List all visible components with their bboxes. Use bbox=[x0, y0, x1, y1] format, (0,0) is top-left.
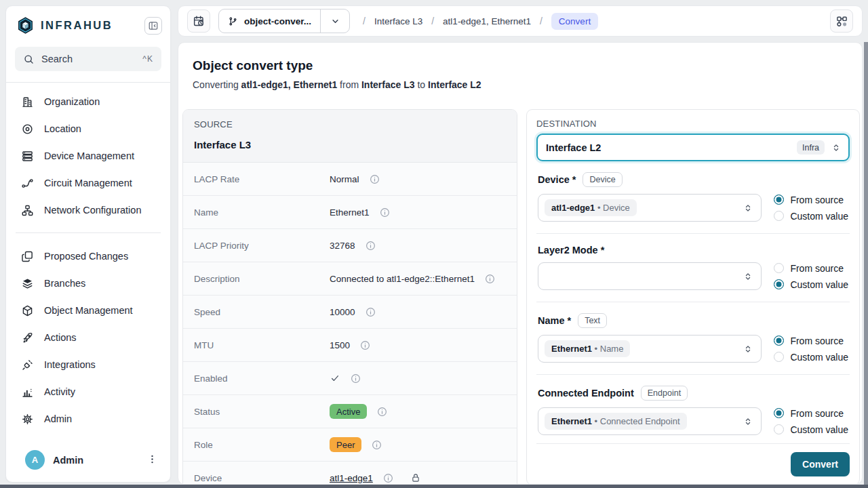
device-select[interactable]: atl1-edge1 • Device bbox=[538, 194, 762, 222]
layer2-mode-custom-value-radio[interactable]: Custom value bbox=[774, 279, 848, 290]
info-icon[interactable] bbox=[484, 273, 496, 285]
attribute-value-text: Ethernet1 bbox=[330, 207, 370, 218]
info-icon[interactable] bbox=[376, 406, 388, 418]
attribute-value-text: 32768 bbox=[330, 241, 355, 251]
field-section-layer2-mode: Layer2 Mode *From sourceCustom value bbox=[536, 233, 850, 302]
convert-button[interactable]: Convert bbox=[791, 452, 850, 476]
radio-dot bbox=[774, 211, 784, 221]
connected-endpoint-select[interactable]: Ethernet1 • Connected Endpoint bbox=[538, 407, 762, 435]
attribute-value: atl1-edge1 bbox=[330, 472, 421, 484]
attribute-label: Device bbox=[183, 473, 330, 483]
field-source-toggle: From sourceCustom value bbox=[774, 336, 848, 363]
source-panel: SOURCE Interface L3 LACP RateNormalNameE… bbox=[182, 109, 517, 485]
layer2-mode-from-source-radio[interactable]: From source bbox=[774, 263, 848, 274]
info-icon[interactable] bbox=[369, 174, 380, 185]
info-icon[interactable] bbox=[382, 472, 394, 484]
schema-button[interactable] bbox=[830, 9, 853, 33]
field-source-toggle: From sourceCustom value bbox=[774, 195, 848, 222]
radio-label: From source bbox=[790, 195, 844, 205]
time-travel-button[interactable] bbox=[187, 9, 210, 33]
kebab-menu-icon bbox=[146, 453, 158, 465]
sidebar: INFRAHUB Search ^K OrganizationLocationD… bbox=[5, 5, 171, 483]
connected-endpoint-from-source-radio[interactable]: From source bbox=[774, 408, 848, 419]
search-input[interactable]: Search ^K bbox=[15, 47, 161, 71]
select-updown-icon bbox=[831, 142, 842, 153]
location-icon bbox=[21, 123, 34, 136]
sidebar-item-circuit-management[interactable]: Circuit Management bbox=[6, 169, 170, 197]
git-branch-icon bbox=[228, 16, 238, 26]
select-updown-icon bbox=[743, 203, 753, 214]
name-custom-value-radio[interactable]: Custom value bbox=[774, 352, 848, 363]
source-row-speed: Speed10000 bbox=[183, 296, 517, 329]
attribute-label: Name bbox=[183, 207, 330, 218]
sidebar-item-device-management[interactable]: Device Management bbox=[6, 142, 170, 169]
sidebar-item-location[interactable]: Location bbox=[6, 115, 170, 142]
sidebar-item-network-configuration[interactable]: Network Configuration bbox=[6, 197, 170, 224]
attribute-label: LACP Priority bbox=[183, 241, 330, 251]
info-icon[interactable] bbox=[350, 373, 361, 384]
collapse-sidebar-icon bbox=[148, 20, 159, 31]
sidebar-item-proposed-changes[interactable]: Proposed Changes bbox=[6, 243, 170, 270]
branch-selector[interactable]: object-conver... bbox=[218, 9, 350, 33]
sidebar-item-integrations[interactable]: Integrations bbox=[6, 351, 170, 378]
source-row-device: Deviceatl1-edge1 bbox=[183, 462, 517, 485]
field-source-toggle: From sourceCustom value bbox=[774, 263, 848, 290]
info-icon[interactable] bbox=[379, 207, 391, 218]
sidebar-item-label: Actions bbox=[44, 332, 77, 343]
sidebar-collapse-button[interactable] bbox=[144, 17, 162, 35]
field-section-connected-endpoint: Connected EndpointEndpointEthernet1 • Co… bbox=[536, 374, 850, 442]
destination-type-select[interactable]: Interface L2 Infra bbox=[536, 134, 850, 161]
subtitle-text: to bbox=[415, 79, 428, 90]
chip-value: Ethernet1 bbox=[551, 344, 592, 354]
related-object-link[interactable]: atl1-edge1 bbox=[330, 473, 373, 483]
sidebar-item-activity[interactable]: Activity bbox=[6, 378, 170, 405]
field-label-row: Name *Text bbox=[538, 313, 848, 328]
sidebar-item-actions[interactable]: Actions bbox=[6, 324, 170, 351]
namespace-badge: Infra bbox=[797, 140, 825, 155]
device-custom-value-radio[interactable]: Custom value bbox=[774, 211, 848, 222]
sidebar-item-branches[interactable]: Branches bbox=[6, 270, 170, 297]
name-select[interactable]: Ethernet1 • Name bbox=[538, 335, 762, 363]
info-icon[interactable] bbox=[365, 306, 376, 318]
source-label: SOURCE bbox=[194, 119, 506, 129]
sidebar-item-label: Activity bbox=[44, 386, 75, 397]
breadcrumb-item[interactable]: Interface L3 bbox=[374, 16, 422, 26]
top-bar: object-conver... /Interface L3/atl1-edge… bbox=[178, 5, 863, 37]
subtitle-emphasis: Interface L2 bbox=[428, 79, 481, 90]
attribute-value: 1500 bbox=[330, 340, 371, 351]
layers-icon bbox=[21, 277, 34, 290]
proposed-icon bbox=[21, 250, 34, 263]
layer2-mode-select[interactable] bbox=[538, 262, 762, 290]
sidebar-nav-secondary: Proposed ChangesBranchesObject Managemen… bbox=[6, 243, 170, 432]
sidebar-item-organization[interactable]: Organization bbox=[6, 88, 170, 115]
user-menu[interactable]: A Admin bbox=[13, 446, 165, 474]
info-icon[interactable] bbox=[371, 439, 382, 451]
user-name: Admin bbox=[53, 455, 83, 466]
gear-icon bbox=[21, 413, 34, 426]
sidebar-item-admin[interactable]: Admin bbox=[6, 405, 170, 432]
avatar: A bbox=[25, 450, 45, 470]
calendar-clock-icon bbox=[193, 15, 205, 28]
field-section-name: Name *TextEthernet1 • NameFrom sourceCus… bbox=[536, 302, 850, 374]
radio-label: Custom value bbox=[790, 424, 848, 435]
name-from-source-radio[interactable]: From source bbox=[774, 336, 848, 346]
breadcrumb-item[interactable]: atl1-edge1, Ethernet1 bbox=[443, 16, 531, 26]
window-scrollbar-vertical[interactable] bbox=[864, 42, 868, 488]
user-menu-button[interactable] bbox=[146, 453, 158, 467]
info-icon[interactable] bbox=[359, 340, 371, 351]
info-icon[interactable] bbox=[365, 240, 376, 251]
sidebar-item-object-management[interactable]: Object Management bbox=[6, 297, 170, 324]
branch-dropdown-toggle[interactable] bbox=[321, 9, 349, 33]
selected-value-chip: Ethernet1 • Connected Endpoint bbox=[545, 413, 687, 430]
sidebar-divider bbox=[6, 82, 170, 83]
connected-endpoint-custom-value-radio[interactable]: Custom value bbox=[774, 424, 848, 435]
source-row-lacp-rate: LACP RateNormal bbox=[183, 163, 517, 196]
breadcrumb-item-active[interactable]: Convert bbox=[551, 13, 598, 30]
radio-label: From source bbox=[790, 408, 844, 419]
plug-icon bbox=[21, 359, 34, 371]
device-from-source-radio[interactable]: From source bbox=[774, 195, 848, 205]
field-body: atl1-edge1 • DeviceFrom sourceCustom val… bbox=[538, 194, 848, 222]
schema-icon bbox=[835, 15, 848, 28]
window-scrollbar-horizontal[interactable] bbox=[0, 485, 868, 488]
radio-dot bbox=[774, 352, 784, 362]
